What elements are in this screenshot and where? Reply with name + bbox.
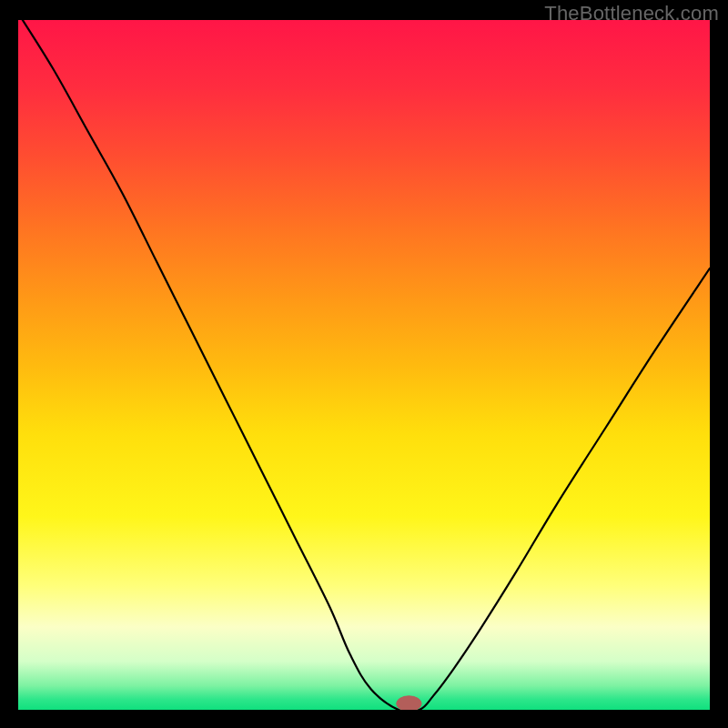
bottleneck-plot — [18, 20, 710, 710]
watermark-text: TheBottleneck.com — [544, 2, 719, 25]
minimum-marker — [397, 696, 421, 710]
plot-area — [18, 20, 710, 710]
gradient-background — [18, 20, 710, 710]
chart-frame: TheBottleneck.com — [0, 0, 728, 728]
